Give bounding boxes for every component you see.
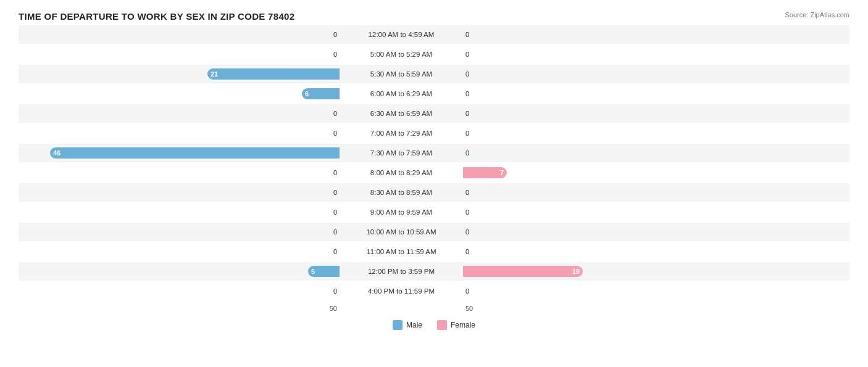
table-row: 06:30 AM to 6:59 AM0 bbox=[19, 104, 849, 123]
time-label: 8:00 AM to 8:29 AM bbox=[340, 169, 463, 176]
male-bar: 6 bbox=[302, 88, 340, 99]
male-bar-label: 46 bbox=[53, 149, 61, 157]
female-bar-label: 19 bbox=[572, 268, 580, 275]
male-swatch bbox=[393, 320, 403, 330]
female-section: 0 bbox=[463, 104, 784, 123]
table-row: 215:30 AM to 5:59 AM0 bbox=[19, 65, 849, 83]
time-label: 12:00 PM to 3:59 PM bbox=[340, 268, 463, 275]
female-section: 0 bbox=[463, 242, 784, 261]
male-section: 0 bbox=[19, 242, 340, 261]
female-zero-label: 0 bbox=[465, 51, 469, 58]
male-section: 6 bbox=[19, 85, 340, 103]
male-section: 0 bbox=[19, 25, 340, 44]
male-zero-label: 0 bbox=[333, 228, 337, 236]
female-zero-label: 0 bbox=[465, 208, 469, 216]
male-zero-label: 0 bbox=[333, 287, 337, 295]
time-label: 5:00 AM to 5:29 AM bbox=[340, 51, 463, 58]
male-section: 0 bbox=[19, 183, 340, 202]
female-bar-label: 7 bbox=[500, 169, 504, 176]
male-zero-label: 0 bbox=[333, 51, 337, 58]
female-zero-label: 0 bbox=[465, 31, 469, 38]
male-section: 0 bbox=[19, 163, 340, 182]
female-section: 0 bbox=[463, 223, 784, 241]
chart-container: TIME OF DEPARTURE TO WORK BY SEX IN ZIP … bbox=[0, 0, 868, 367]
time-label: 6:00 AM to 6:29 AM bbox=[340, 90, 463, 97]
female-bar: 19 bbox=[463, 266, 583, 277]
time-label: 8:30 AM to 8:59 AM bbox=[340, 189, 463, 196]
male-zero-label: 0 bbox=[333, 248, 337, 255]
time-label: 6:30 AM to 6:59 AM bbox=[340, 110, 463, 117]
male-zero-label: 0 bbox=[333, 130, 337, 137]
female-zero-label: 0 bbox=[465, 287, 469, 295]
source-text: Source: ZipAtlas.com bbox=[785, 11, 849, 19]
table-row: 08:00 AM to 8:29 AM7 bbox=[19, 163, 849, 182]
time-label: 12:00 AM to 4:59 AM bbox=[340, 31, 463, 38]
female-section: 7 bbox=[463, 163, 784, 182]
table-row: 467:30 AM to 7:59 AM0 bbox=[19, 144, 849, 162]
male-zero-label: 0 bbox=[333, 31, 337, 38]
female-section: 0 bbox=[463, 85, 784, 103]
female-section: 0 bbox=[463, 124, 784, 142]
female-section: 0 bbox=[463, 45, 784, 64]
male-section: 0 bbox=[19, 203, 340, 221]
female-section: 0 bbox=[463, 65, 784, 83]
female-zero-label: 0 bbox=[465, 189, 469, 196]
female-zero-label: 0 bbox=[465, 228, 469, 236]
female-zero-label: 0 bbox=[465, 110, 469, 117]
legend-female: Female bbox=[437, 320, 475, 330]
male-bar: 5 bbox=[308, 266, 340, 277]
table-row: 05:00 AM to 5:29 AM0 bbox=[19, 45, 849, 64]
female-section: 0 bbox=[463, 282, 784, 300]
female-section: 0 bbox=[463, 144, 784, 162]
table-row: 512:00 PM to 3:59 PM19 bbox=[19, 262, 849, 281]
male-section: 46 bbox=[19, 144, 340, 162]
time-label: 7:30 AM to 7:59 AM bbox=[340, 149, 463, 157]
female-zero-label: 0 bbox=[465, 90, 469, 97]
male-section: 0 bbox=[19, 124, 340, 142]
chart-area: 012:00 AM to 4:59 AM005:00 AM to 5:29 AM… bbox=[19, 25, 849, 315]
male-section: 0 bbox=[19, 104, 340, 123]
axis-left-label: 50 bbox=[19, 305, 340, 312]
male-bar-label: 6 bbox=[305, 90, 309, 97]
female-section: 19 bbox=[463, 262, 784, 281]
female-section: 0 bbox=[463, 203, 784, 221]
male-section: 0 bbox=[19, 282, 340, 300]
female-label: Female bbox=[451, 321, 475, 329]
male-bar: 46 bbox=[50, 147, 340, 159]
female-zero-label: 0 bbox=[465, 70, 469, 78]
female-zero-label: 0 bbox=[465, 149, 469, 157]
female-zero-label: 0 bbox=[465, 130, 469, 137]
female-section: 0 bbox=[463, 183, 784, 202]
male-bar: 21 bbox=[207, 68, 340, 80]
male-zero-label: 0 bbox=[333, 189, 337, 196]
axis-right-label: 50 bbox=[463, 305, 784, 312]
male-section: 5 bbox=[19, 262, 340, 281]
time-label: 11:00 AM to 11:59 AM bbox=[340, 248, 463, 255]
table-row: 66:00 AM to 6:29 AM0 bbox=[19, 85, 849, 103]
male-section: 21 bbox=[19, 65, 340, 83]
male-zero-label: 0 bbox=[333, 169, 337, 176]
male-bar-label: 21 bbox=[211, 70, 218, 78]
legend-male: Male bbox=[393, 320, 422, 330]
male-zero-label: 0 bbox=[333, 208, 337, 216]
table-row: 012:00 AM to 4:59 AM0 bbox=[19, 25, 849, 44]
time-label: 10:00 AM to 10:59 AM bbox=[340, 228, 463, 236]
table-row: 08:30 AM to 8:59 AM0 bbox=[19, 183, 849, 202]
female-zero-label: 0 bbox=[465, 248, 469, 255]
chart-title: TIME OF DEPARTURE TO WORK BY SEX IN ZIP … bbox=[19, 11, 849, 22]
legend: Male Female bbox=[19, 320, 849, 330]
female-bar: 7 bbox=[463, 167, 507, 178]
male-zero-label: 0 bbox=[333, 110, 337, 117]
male-section: 0 bbox=[19, 45, 340, 64]
table-row: 010:00 AM to 10:59 AM0 bbox=[19, 223, 849, 241]
female-section: 0 bbox=[463, 25, 784, 44]
table-row: 04:00 PM to 11:59 PM0 bbox=[19, 282, 849, 300]
table-row: 07:00 AM to 7:29 AM0 bbox=[19, 124, 849, 142]
time-label: 9:00 AM to 9:59 AM bbox=[340, 208, 463, 216]
axis-row: 5050 bbox=[19, 302, 849, 315]
female-swatch bbox=[437, 320, 447, 330]
male-bar-label: 5 bbox=[311, 268, 315, 275]
table-row: 011:00 AM to 11:59 AM0 bbox=[19, 242, 849, 261]
time-label: 7:00 AM to 7:29 AM bbox=[340, 130, 463, 137]
time-label: 4:00 PM to 11:59 PM bbox=[340, 287, 463, 295]
